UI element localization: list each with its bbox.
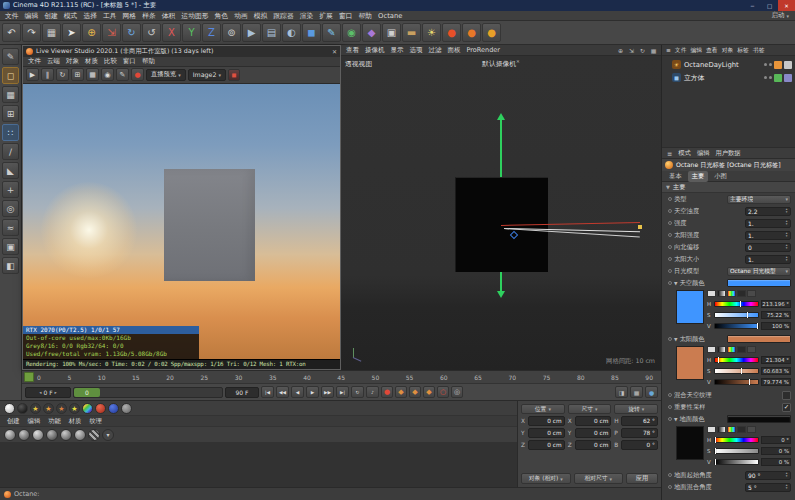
timeline-ruler[interactable]: 051015202530354045505560657075808590 [22, 370, 661, 383]
autokey-button[interactable]: ○ [437, 386, 449, 398]
check-tag-icon[interactable] [774, 74, 782, 82]
position-y-field[interactable]: 0 cm [528, 428, 565, 438]
lv-play-button[interactable]: ▶ [26, 68, 39, 81]
lv-material-picker-button[interactable]: ✎ [116, 68, 129, 81]
viewport-menu-item[interactable]: 显示 [388, 46, 407, 55]
material-preset-sphere[interactable] [18, 429, 30, 441]
octane-emission-button[interactable]: ★ [69, 403, 80, 414]
octane-red-button[interactable] [95, 403, 106, 414]
material-preset-dropdown[interactable]: ▾ [102, 429, 114, 441]
coordinate-mode-dropdown[interactable]: 对象 (相对)▾ [521, 473, 571, 484]
snap-toggle-button[interactable]: ≈ [2, 219, 19, 236]
hue-value[interactable]: 0 ° [761, 436, 791, 444]
slider-handle[interactable] [757, 323, 758, 329]
menu-item[interactable]: Octane [375, 12, 405, 20]
material-preset-sphere[interactable] [46, 429, 58, 441]
picker-mode-button[interactable] [727, 426, 736, 433]
rotation-p-field[interactable]: 78 ° [621, 428, 658, 438]
maximize-button[interactable]: □ [761, 0, 778, 11]
anim-dot[interactable] [668, 473, 672, 477]
title-bar[interactable]: Cinema 4D R21.115 (RC) - [未标题 5 *] - 主要 … [0, 0, 795, 11]
record-rotation-button[interactable]: ◆ [423, 386, 435, 398]
x-axis-lock-button[interactable]: X [162, 23, 181, 42]
octane-portal-material-button[interactable]: ★ [56, 403, 67, 414]
power-slider-handle[interactable]: 0 [74, 388, 100, 397]
menu-item[interactable]: 运动图形 [178, 11, 211, 21]
viewport-menu-item[interactable]: ProRender [464, 46, 503, 54]
saturation-value[interactable]: 60.683 % [761, 367, 791, 375]
live-select-button[interactable]: ➤ [62, 23, 81, 42]
viewport-canvas[interactable]: 透视视图 默认摄像机✕ 网格间距: 10 cm [341, 56, 661, 370]
attribute-menu-item[interactable]: 编辑 [694, 149, 713, 158]
deformer-button[interactable]: ◆ [362, 23, 381, 42]
group-header-main[interactable]: ▼ 主要 [662, 182, 795, 193]
render-picture-viewer-button[interactable]: ▤ [262, 23, 281, 42]
spinner-icon[interactable]: ▴▾ [783, 232, 790, 239]
sky-color-bar[interactable] [727, 279, 791, 287]
expression-tag-icon[interactable] [784, 61, 792, 69]
object-manager-menu-item[interactable]: 对象 [720, 46, 736, 55]
position-dropdown[interactable]: 位置▾ [521, 404, 565, 414]
viewport-zoom-icon[interactable]: ⇲ [626, 46, 637, 55]
camera-label[interactable]: 默认摄像机✕ [341, 59, 661, 69]
viewport-menu-item[interactable]: 查看 [343, 46, 362, 55]
live-viewer-menu-item[interactable]: 对象 [63, 57, 82, 66]
menu-item[interactable]: 文件 [2, 11, 22, 21]
record-keyframe-button[interactable]: ● [381, 386, 393, 398]
saturation-slider[interactable] [714, 312, 759, 318]
add-cube-button[interactable]: ◼ [302, 23, 321, 42]
goto-end-button[interactable]: ▶| [336, 386, 349, 398]
picker-mode-button[interactable] [747, 426, 756, 433]
rotation-dropdown[interactable]: 旋转▾ [614, 404, 658, 414]
viewport-menu-item[interactable]: 面板 [445, 46, 464, 55]
workplane-mode-button[interactable]: ⊞ [2, 105, 19, 122]
hue-slider[interactable] [714, 437, 759, 443]
material-menu-item[interactable]: 纹理 [86, 417, 105, 426]
image-dropdown[interactable]: Image2 ▾ [188, 69, 226, 81]
material-preset-sphere[interactable] [32, 429, 44, 441]
live-preview-dropdown[interactable]: 直播预览 ▾ [146, 69, 186, 81]
menu-item[interactable]: 跟踪器 [270, 11, 296, 21]
lv-lock-resolution-button[interactable]: ⊞ [71, 68, 84, 81]
live-viewer-menu-item[interactable]: 帮助 [139, 57, 158, 66]
solo-mode-button[interactable]: ◎ [2, 200, 19, 217]
model-mode-button[interactable]: ◻ [2, 67, 19, 84]
minimize-button[interactable]: ─ [744, 0, 761, 11]
anim-dot[interactable] [668, 257, 672, 261]
lv-restart-button[interactable]: ↻ [56, 68, 69, 81]
menu-item[interactable]: 编辑 [22, 11, 42, 21]
picker-mode-button[interactable] [717, 290, 726, 297]
saturation-value[interactable]: 0 % [761, 447, 791, 455]
value-slider[interactable] [714, 459, 759, 465]
material-menu-item[interactable]: 功能 [45, 417, 64, 426]
object-manager-menu-item[interactable]: 标签 [735, 46, 751, 55]
slider-handle[interactable] [749, 379, 750, 385]
octane-colorful-button[interactable] [82, 403, 93, 414]
expand-icon[interactable]: ▼ [674, 337, 677, 342]
coordinate-system-button[interactable]: ⊚ [222, 23, 241, 42]
picker-mode-button[interactable] [707, 346, 716, 353]
sky-color-swatch[interactable] [676, 290, 704, 324]
polygons-mode-button[interactable]: ◣ [2, 162, 19, 179]
slider-handle[interactable] [747, 312, 748, 318]
object-row-octanedaylight[interactable]: ☀ OctaneDayLight [662, 58, 795, 71]
lv-pause-button[interactable]: ‖ [41, 68, 54, 81]
ground-start-field[interactable]: 90 °▴▾ [745, 471, 791, 480]
menu-item[interactable]: 帮助 [355, 11, 375, 21]
octane-daylight-tag-icon[interactable] [774, 61, 782, 69]
spinner-icon[interactable]: ▴▾ [783, 208, 790, 215]
material-menu-item[interactable]: 材质 [66, 417, 85, 426]
next-frame-button[interactable]: ▶▶ [321, 386, 334, 398]
enable-axis-button[interactable]: + [2, 181, 19, 198]
menu-item[interactable]: 体积 [159, 11, 179, 21]
expand-icon[interactable]: ▼ [674, 417, 677, 422]
current-frame-field[interactable]: ◂ 0 F ▸ [25, 387, 71, 398]
burger-icon[interactable]: ≡ [664, 150, 675, 157]
menu-item[interactable]: 创建 [41, 11, 61, 21]
rotation-h-field[interactable]: 62 ° [621, 416, 658, 426]
octane-materials-button[interactable]: ● [462, 23, 481, 42]
current-frame-marker[interactable] [24, 372, 34, 382]
make-editable-button[interactable]: ✎ [2, 48, 19, 65]
sun-color-bar[interactable] [727, 335, 791, 343]
octane-settings-button[interactable]: ● [482, 23, 501, 42]
